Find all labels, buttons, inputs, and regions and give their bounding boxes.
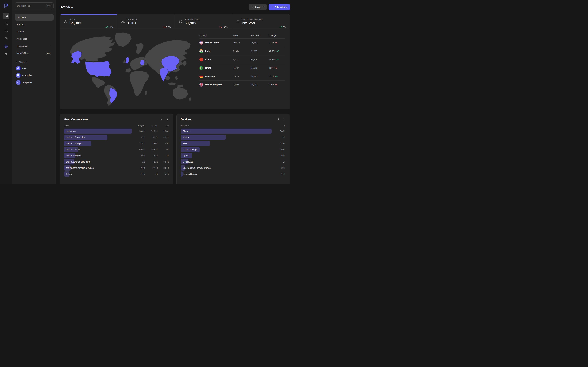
device-row[interactable]: Firefox 47k xyxy=(181,134,285,140)
rail-contacts-button[interactable] xyxy=(3,35,9,42)
version-badge: v1.0 xyxy=(46,52,52,55)
countries-table: Country Visits Purchases Change United S… xyxy=(198,29,290,109)
stat-value: 2m 25s xyxy=(242,21,277,25)
devices-rows: Chrome 78,8k Firefox 47k xyxy=(181,128,285,177)
country-name: China xyxy=(205,58,211,61)
map-new-zealand xyxy=(189,97,191,101)
country-row[interactable]: India 8,545 $5,361 45.8% xyxy=(199,47,285,55)
goal-unique: 2,1k xyxy=(132,167,145,169)
channels-toggle[interactable]: Channels xyxy=(15,61,54,65)
rail-events-button[interactable] xyxy=(3,28,9,34)
device-value: 2,1k xyxy=(274,167,285,169)
goal-row[interactable]: preline.co/figma 8,9k 3,1k 4k xyxy=(64,153,169,159)
sidebar-item-people[interactable]: People xyxy=(15,28,54,35)
country-row[interactable]: China 6,837 $3,954 24.4% xyxy=(199,55,285,64)
sidebar-nav: Overview Reports People Audiences Resour… xyxy=(12,12,56,57)
sidebar-item-overview[interactable]: Overview xyxy=(15,14,54,21)
goal-total: 329,3k xyxy=(145,130,158,133)
channel-item[interactable]: Examples xyxy=(15,72,54,79)
download-button[interactable] xyxy=(277,118,280,121)
sidebar-item-whats-new[interactable]: What’s New v1.0 xyxy=(15,50,54,57)
sidebar-item-audiences[interactable]: Audiences xyxy=(15,35,54,42)
goal-label: preline.co/docs xyxy=(66,147,80,152)
country-flag-icon xyxy=(199,75,203,78)
stat-tab[interactable]: Avg. engagement time 2m 25s 3% xyxy=(232,14,290,29)
preline-logo-icon[interactable] xyxy=(3,3,9,8)
goal-row[interactable]: preline.co/examples 27k 56,2k 48,2k xyxy=(64,134,169,140)
goal-cr: 5,1k xyxy=(158,173,169,175)
add-activity-button[interactable]: Add activity xyxy=(268,4,290,10)
goal-cr: 4k xyxy=(158,154,169,157)
download-button[interactable] xyxy=(160,118,163,121)
device-row[interactable]: Mobile App 2k xyxy=(181,159,285,165)
trending-down-icon xyxy=(275,42,278,44)
device-row[interactable]: Safari 37,8k xyxy=(181,140,285,147)
col-visits: Visits xyxy=(233,34,251,37)
trending-up-icon xyxy=(105,26,108,28)
goal-rows: preiline.co 39,8k 329,3k 19,8k preline.c… xyxy=(64,128,169,177)
goal-label: preline.co/figma xyxy=(66,153,81,158)
country-purchases: $2,512 xyxy=(251,67,269,69)
goal-row[interactable]: preiline.co 39,8k 329,3k 19,8k xyxy=(64,128,169,134)
stat-value: 50,402 xyxy=(184,21,217,25)
device-row[interactable]: Chrome 78,8k xyxy=(181,128,285,134)
device-row[interactable]: Microsoft Edge 26,9k xyxy=(181,147,285,153)
goal-row[interactable]: preline.co/examples/hero 2k 2,2k 76,4k xyxy=(64,159,169,165)
device-row[interactable]: DuckDuckGo Privacy Browser 2,1k xyxy=(181,165,285,171)
country-change-value: 3.2% xyxy=(269,42,274,44)
map-country-uk xyxy=(125,57,129,64)
country-row[interactable]: Brasil 4,512 $2,512 12% xyxy=(199,64,285,72)
stat-tab[interactable]: New users 3.301 5.2% xyxy=(117,14,175,29)
rail-integrations-button[interactable] xyxy=(3,51,9,57)
stat-value: 54,382 xyxy=(69,21,103,25)
goal-row[interactable]: Others 1,4k 4k 5,1k xyxy=(64,171,169,177)
more-options-button[interactable] xyxy=(166,118,169,121)
sidebar-item-reports[interactable]: Reports xyxy=(15,21,54,28)
goal-label: preline.co/examples/ai-tables xyxy=(66,165,94,170)
more-options-button[interactable] xyxy=(283,118,285,121)
country-purchases: $1,173 xyxy=(251,75,269,77)
stat-tab[interactable]: Returning users 50,402 14.7% xyxy=(175,14,232,29)
sidebar-item-label: Audiences xyxy=(17,38,27,40)
quick-actions-button[interactable]: Quick actions ⌘ K xyxy=(15,2,54,9)
map-ireland xyxy=(123,60,125,63)
rail-people-button[interactable] xyxy=(3,20,9,27)
country-visits: 2,100 xyxy=(233,83,251,86)
channel-label: Templates xyxy=(22,81,32,84)
goal-conversions-card: Goal Conversions GOAL UNIQUE TOTAL CR xyxy=(60,114,173,184)
device-row[interactable]: Opera 8,9k xyxy=(181,153,285,159)
sidebar-item-resources[interactable]: Resources xyxy=(15,43,54,49)
device-label: DuckDuckGo Privacy Browser xyxy=(183,165,211,170)
rail-upgrade-button[interactable] xyxy=(3,43,9,50)
channel-item[interactable]: Templates xyxy=(15,79,54,86)
rail-home-button[interactable] xyxy=(3,13,9,19)
channels-list: PRO Examples Templates xyxy=(15,65,54,86)
stat-delta-value: 5.2% xyxy=(166,26,171,28)
device-value: 2k xyxy=(274,161,285,163)
date-range-button[interactable]: Today xyxy=(249,4,267,10)
goal-row[interactable]: preline.co/plugins 77,8k 13.0k 5.5k xyxy=(64,140,169,147)
goal-row[interactable]: preline.co/docs 56,9k 35,97k 5k xyxy=(64,147,169,153)
plus-icon xyxy=(271,6,274,8)
device-label: Mobile App xyxy=(183,159,193,164)
channel-item[interactable]: PRO xyxy=(15,65,54,72)
contact-card-icon xyxy=(4,37,8,40)
country-name: United Kingdom xyxy=(205,83,222,86)
country-row[interactable]: United States 10,013 $5,361 3.2% xyxy=(199,38,285,47)
stats-row: Users 54,382 1.2% xyxy=(60,14,290,29)
stat-tab[interactable]: Users 54,382 1.2% xyxy=(60,14,117,29)
device-value: 26,9k xyxy=(274,148,285,151)
device-row[interactable]: Yandex Browser 1,4k xyxy=(181,171,285,177)
trending-up-icon xyxy=(275,75,278,78)
sidebar: Quick actions ⌘ K Overview Reports Peopl… xyxy=(12,0,56,184)
map-greenland xyxy=(115,33,131,47)
col-change: Change xyxy=(269,34,285,37)
country-row[interactable]: Germany 3,795 $1,173 0.9% xyxy=(199,72,285,80)
goal-row[interactable]: preline.co/examples/ai-tables 2,1k 22,1k… xyxy=(64,165,169,171)
channel-icon xyxy=(16,80,20,84)
country-change: 24.4% xyxy=(269,58,285,61)
country-row[interactable]: United Kingdom 2,100 $1,012 0.1% xyxy=(199,80,285,89)
goal-conversions-title: Goal Conversions xyxy=(64,118,88,121)
map-madagascar xyxy=(145,90,147,95)
goal-label: Others xyxy=(66,171,72,177)
